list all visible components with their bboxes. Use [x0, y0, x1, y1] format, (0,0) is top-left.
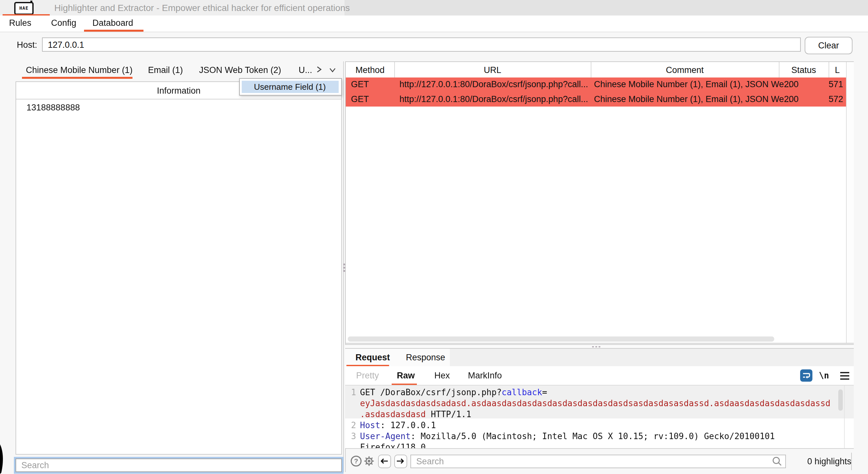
column-divider [591, 62, 591, 77]
app-title: Highlighter and Extractor - Empower ethi… [54, 3, 350, 13]
tab-databoard[interactable]: Databoard [92, 18, 133, 28]
main-tab-bar: Rules Config Databoard [0, 15, 868, 32]
cell-length: 571 [829, 79, 843, 89]
line-number [345, 398, 359, 409]
code-line: 2 Host: 127.0.0.1 [345, 420, 854, 431]
host-label: Host: [17, 40, 37, 50]
svg-text:?: ? [354, 457, 359, 465]
message-tab-bar: Request Response [345, 349, 854, 366]
line-number [345, 409, 359, 420]
column-header-method[interactable]: Method [346, 62, 394, 77]
splitter-grip-dot [592, 346, 594, 347]
tab-request[interactable]: Request [355, 352, 390, 362]
highlights-count: 0 highlights [807, 456, 851, 466]
datatab-chinese-mobile-number[interactable]: Chinese Mobile Number (1) [26, 65, 132, 75]
column-divider [394, 62, 395, 77]
dropdown-item-username-field[interactable]: Username Field (1) [241, 81, 338, 93]
cell-length: 572 [829, 94, 843, 104]
editor-scrollbar-separator [844, 385, 845, 448]
cell-method: GET [351, 94, 369, 104]
tab-pretty[interactable]: Pretty [356, 371, 379, 380]
line-number: 1 [345, 387, 359, 398]
chevron-down-icon[interactable] [328, 66, 337, 74]
tab-rules[interactable]: Rules [9, 18, 31, 28]
bottom-bar-divider [851, 453, 852, 470]
hae-logo-icon: HAE [14, 2, 34, 15]
cell-comment: Chinese Mobile Number (1), Email (1), JS… [594, 79, 791, 89]
code-line: 1 GET /DoraBox/csrf/jsonp.php?callback= [345, 387, 854, 398]
back-arrow-icon [380, 457, 390, 466]
column-header-status[interactable]: Status [779, 62, 829, 77]
code-line: Firefox/118.0 [345, 442, 854, 449]
splitter-grip-dot [343, 267, 345, 268]
menu-icon[interactable] [840, 372, 849, 380]
column-header-length[interactable]: L [829, 62, 846, 77]
table-horizontal-scrollbar-thumb[interactable] [348, 336, 774, 342]
information-table: Information 13188888888 [16, 81, 342, 454]
extension-tab-strip: HAE Highlighter and Extractor - Empower … [0, 0, 868, 15]
tab-response[interactable]: Response [406, 352, 445, 362]
splitter-grip-dot [343, 270, 345, 272]
forward-arrow-icon [396, 457, 406, 466]
tab-raw[interactable]: Raw [397, 371, 415, 380]
line-number [345, 442, 359, 449]
horizontal-splitter[interactable] [345, 344, 854, 349]
column-divider [829, 62, 829, 77]
line-number: 3 [345, 431, 359, 442]
code-line: eyJasdasdasdasdsadasd.asdaasdasdasdasdas… [345, 398, 854, 409]
line-number: 2 [345, 420, 359, 431]
newline-icon[interactable]: \n [819, 371, 829, 380]
search-icon [772, 456, 783, 467]
hae-logo-tick [30, 1, 32, 3]
word-wrap-icon[interactable] [800, 369, 812, 381]
tab-raw-active-underline [392, 383, 417, 385]
cell-comment: Chinese Mobile Number (1), Email (1), JS… [594, 94, 791, 104]
tab-markinfo[interactable]: MarkInfo [468, 371, 502, 380]
previous-highlight-button[interactable] [378, 454, 391, 468]
column-divider [779, 62, 779, 77]
cell-method: GET [351, 79, 369, 89]
table-row[interactable]: GET http://127.0.0.1:80/DoraBox/csrf/jso… [346, 77, 846, 92]
information-cell[interactable]: 13188888888 [27, 103, 80, 112]
tab-databoard-active-underline [84, 30, 144, 31]
cell-url: http://127.0.0.1:80/DoraBox/csrf/jsonp.p… [399, 79, 588, 89]
cell-status: 200 [784, 94, 799, 104]
tab-config[interactable]: Config [51, 18, 76, 28]
request-editor[interactable]: 1 GET /DoraBox/csrf/jsonp.php?callback= … [345, 385, 854, 449]
host-input[interactable] [42, 37, 801, 52]
column-header-comment[interactable]: Comment [591, 62, 779, 77]
column-header-url[interactable]: URL [394, 62, 591, 77]
cell-url: http://127.0.0.1:80/DoraBox/csrf/jsonp.p… [399, 94, 588, 104]
editor-vertical-scrollbar-thumb[interactable] [838, 390, 843, 411]
cell-status: 200 [784, 79, 799, 89]
splitter-grip-dot [598, 346, 600, 347]
table-vertical-scrollbar-track[interactable] [846, 62, 854, 343]
chevron-right-icon[interactable] [315, 65, 323, 74]
code-line: 3 User-Agent: Mozilla/5.0 (Macintosh; In… [345, 431, 854, 442]
splitter-grip-dot [343, 264, 345, 265]
format-toolbar: Pretty Raw Hex MarkInfo \n [345, 366, 854, 385]
information-search-input[interactable] [16, 459, 342, 472]
next-highlight-button[interactable] [394, 454, 407, 468]
help-icon[interactable]: ? [350, 455, 362, 467]
app-window: HAE Highlighter and Extractor - Empower … [0, 0, 868, 474]
datatab-active-underline [22, 77, 132, 78]
table-row[interactable]: GET http://127.0.0.1:80/DoraBox/csrf/jso… [346, 92, 846, 107]
gear-icon[interactable] [363, 455, 375, 467]
datatab-username-field-truncated[interactable]: U... [299, 65, 312, 75]
code-line: .asdasdasdasd HTTP/1.1 [345, 409, 854, 420]
datatab-json-web-token[interactable]: JSON Web Token (2) [199, 65, 281, 75]
clear-button[interactable]: Clear [805, 37, 852, 54]
http-history-table: Method URL Comment Status L GET http://1… [345, 61, 854, 344]
editor-search-input[interactable] [410, 454, 786, 468]
datatab-overflow-dropdown: Username Field (1) [239, 78, 342, 96]
tab-hex[interactable]: Hex [434, 371, 450, 380]
splitter-grip-dot [595, 346, 597, 347]
mouse-cursor-artifact [0, 444, 6, 474]
datatab-email[interactable]: Email (1) [148, 65, 183, 75]
